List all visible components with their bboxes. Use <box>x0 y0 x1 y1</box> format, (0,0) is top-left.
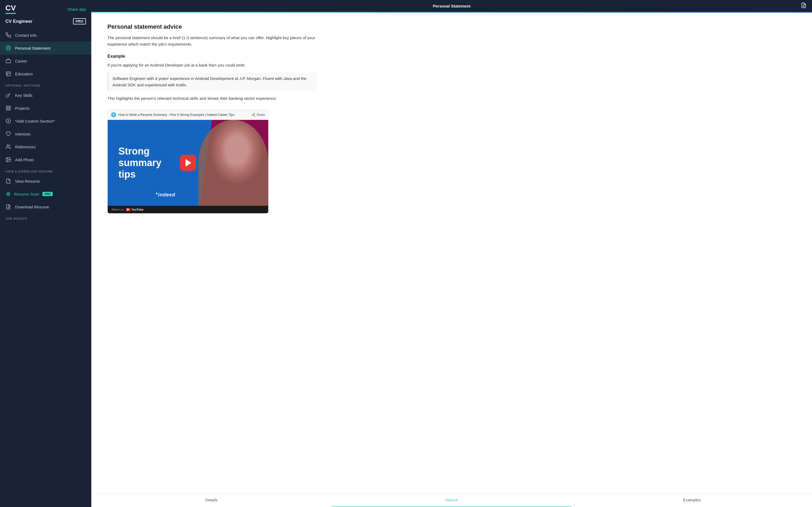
svg-point-22 <box>254 113 255 114</box>
share-label: Share <box>256 113 265 117</box>
top-bar: Personal Statement <box>91 0 812 12</box>
tab-advice[interactable]: Advice <box>332 493 572 507</box>
app-logo: CV <box>5 4 16 14</box>
download-icon <box>5 204 11 210</box>
sidebar-user: CV Engineer PRO <box>0 17 91 29</box>
sidebar: CV Share app CV Engineer PRO Contact Inf… <box>0 0 91 507</box>
video-top-left: i How to Write a Resume Summary - Plus 5… <box>111 112 235 117</box>
sidebar-item-references[interactable]: References <box>0 140 91 153</box>
example-label: Example <box>107 54 317 59</box>
plus-circle-icon <box>5 118 11 124</box>
svg-point-0 <box>7 46 9 48</box>
svg-point-23 <box>252 114 253 115</box>
play-triangle-icon <box>186 159 192 167</box>
info-icon: i <box>111 112 116 117</box>
play-button[interactable] <box>180 155 196 171</box>
svg-rect-9 <box>6 109 8 110</box>
example-quote-text: Software Engineer with 4 years' experien… <box>112 76 306 87</box>
tab-details-label: Details <box>205 498 217 502</box>
main-content: Personal statement advice The personal s… <box>91 13 812 493</box>
svg-point-16 <box>7 159 8 159</box>
svg-rect-10 <box>9 109 10 110</box>
sidebar-item-label: References <box>15 145 36 149</box>
sidebar-item-download-resume[interactable]: Download Resume <box>0 201 91 213</box>
sidebar-item-add-custom-section[interactable]: *Add Custom Section* <box>0 115 91 127</box>
yt-icon <box>126 208 130 211</box>
phone-icon <box>5 32 11 38</box>
svg-point-14 <box>7 145 9 147</box>
sidebar-item-label: Contact Info <box>15 33 37 38</box>
video-bottom-bar: Watch on YouTube <box>108 206 268 213</box>
document-icon[interactable] <box>801 2 807 10</box>
sidebar-item-resume-scan[interactable]: Resume Scan PRO <box>0 187 91 201</box>
yt-play-icon <box>127 209 129 211</box>
sidebar-item-label: Resume Scan <box>14 192 39 196</box>
content-title: Personal statement advice <box>107 23 317 30</box>
video-thumbnail[interactable]: Strong summary tips ●indeed <box>108 120 268 206</box>
svg-rect-7 <box>6 106 8 108</box>
indeed-logo: ●indeed <box>156 191 175 198</box>
key-icon <box>5 92 11 98</box>
sidebar-item-add-photo[interactable]: Add Photo <box>0 153 91 166</box>
resume-scan-pro-badge: PRO <box>42 192 53 196</box>
sidebar-item-label: Download Resume <box>15 205 49 209</box>
youtube-logo: YouTube <box>126 208 143 211</box>
svg-rect-2 <box>6 60 11 63</box>
projects-icon <box>5 105 11 111</box>
share-link[interactable]: Share <box>252 113 265 117</box>
sidebar-item-label: Education <box>15 72 33 76</box>
interests-icon <box>5 131 11 137</box>
video-container: i How to Write a Resume Summary - Plus 5… <box>107 110 268 214</box>
video-top-bar: i How to Write a Resume Summary - Plus 5… <box>108 110 268 120</box>
svg-rect-3 <box>6 72 10 76</box>
download-resume-label: VIEW & DOWNLOAD RESUME <box>0 166 91 175</box>
optional-sections-label: OPTIONAL SECTIONS <box>0 80 91 89</box>
photo-icon <box>5 157 11 163</box>
sidebar-item-contact-info[interactable]: Contact Info <box>0 29 91 42</box>
svg-point-6 <box>6 95 9 97</box>
share-app-button[interactable]: Share app <box>67 7 86 11</box>
logo-bar <box>5 13 16 14</box>
video-text-overlay: Strong summary tips <box>118 146 161 180</box>
example-prompt: If you're applying for an Android Develo… <box>107 62 317 68</box>
sidebar-item-personal-statement[interactable]: Personal Statement <box>0 42 91 54</box>
tab-advice-label: Advice <box>446 498 458 502</box>
svg-line-25 <box>253 115 254 116</box>
video-title: How to Write a Resume Summary - Plus 5 S… <box>118 113 235 117</box>
example-quote: Software Engineer with 4 years' experien… <box>107 73 317 91</box>
sidebar-item-key-skills[interactable]: Key Skills <box>0 89 91 102</box>
sidebar-item-label: Interests <box>15 132 31 136</box>
sidebar-item-label: Career <box>15 59 28 63</box>
svg-rect-8 <box>9 106 10 108</box>
pro-badge: PRO <box>73 18 86 24</box>
sidebar-header: CV Share app <box>0 0 91 17</box>
watch-on-text: Watch on <box>111 208 124 211</box>
logo-text: CV <box>5 4 16 12</box>
bottom-tabs: Details Advice Examples <box>91 493 812 507</box>
sidebar-item-label: Key Skills <box>15 93 33 98</box>
scan-icon <box>5 191 11 197</box>
person-circle-icon <box>5 45 11 51</box>
sidebar-item-label: View Resume <box>15 179 40 183</box>
tab-examples-label: Examples <box>683 498 701 502</box>
youtube-text: YouTube <box>131 208 143 211</box>
svg-point-24 <box>254 115 255 116</box>
sidebar-item-projects[interactable]: Projects <box>0 102 91 115</box>
user-name: CV Engineer <box>5 19 33 24</box>
file-icon <box>5 178 11 184</box>
tab-examples[interactable]: Examples <box>572 493 812 507</box>
sidebar-item-education[interactable]: Education <box>0 67 91 80</box>
sidebar-item-interests[interactable]: Interests <box>0 127 91 140</box>
svg-point-17 <box>7 192 10 195</box>
content-intro: The personal statement should be a brief… <box>107 35 317 48</box>
sidebar-item-career[interactable]: Career <box>0 54 91 67</box>
sidebar-nav: Contact Info Personal Statement <box>0 29 91 507</box>
svg-point-18 <box>8 193 9 195</box>
briefcase-icon <box>5 58 11 64</box>
sidebar-item-view-resume[interactable]: View Resume <box>0 175 91 187</box>
sidebar-item-label: *Add Custom Section* <box>15 119 55 123</box>
svg-line-26 <box>253 114 254 115</box>
top-bar-title: Personal Statement <box>433 4 470 8</box>
person-illustration <box>198 120 268 206</box>
tab-details[interactable]: Details <box>91 493 332 507</box>
